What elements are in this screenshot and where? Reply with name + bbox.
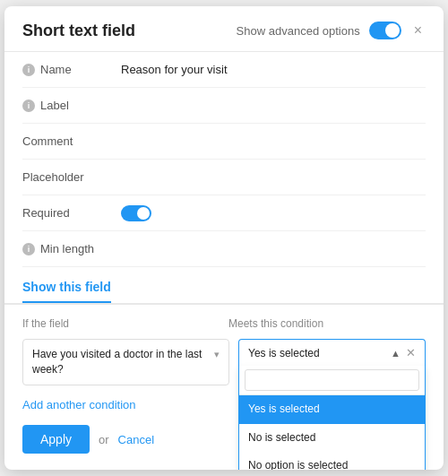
field-dropdown-text: Have you visited a doctor in the last we… [32, 347, 211, 377]
required-row: Required [22, 195, 426, 231]
modal-container: Short text field Show advanced options ×… [4, 6, 444, 470]
label-label: i Label [22, 99, 121, 112]
condition-dropdown-menu: Yes is selected No is selected No option… [238, 366, 426, 470]
modal-title: Short text field [22, 22, 135, 40]
min-length-input[interactable] [121, 242, 426, 255]
caret-up-icon: ▲ [391, 348, 401, 359]
apply-button[interactable]: Apply [22, 425, 90, 454]
condition-clear-button[interactable]: ✕ [406, 346, 416, 359]
option-no-option-selected[interactable]: No option is selected [239, 452, 425, 470]
placeholder-label: Placeholder [22, 170, 121, 184]
show-advanced-label: Show advanced options [237, 24, 360, 38]
condition-row: Have you visited a doctor in the last we… [22, 339, 426, 385]
cancel-link[interactable]: Cancel [118, 433, 154, 446]
placeholder-row: Placeholder [22, 160, 426, 195]
required-label: Required [22, 206, 121, 220]
header-right: Show advanced options × [237, 21, 426, 40]
add-condition-link[interactable]: Add another condition [22, 398, 135, 411]
option-no-selected[interactable]: No is selected [239, 424, 425, 453]
close-button[interactable]: × [410, 21, 426, 40]
name-label: i Name [22, 63, 121, 76]
label-input[interactable] [121, 99, 426, 112]
field-dropdown-arrow-icon: ▾ [214, 349, 220, 360]
search-input-wrapper [239, 366, 425, 395]
condition-dropdown: Yes is selected ▲ ✕ Yes is selected No i… [238, 339, 426, 366]
label-row: i Label [22, 88, 426, 124]
comment-row: Comment [22, 124, 426, 160]
min-length-info-icon[interactable]: i [22, 243, 35, 255]
comment-input[interactable] [121, 134, 426, 148]
condition-search-input[interactable] [245, 369, 419, 391]
show-field-tab[interactable]: Show this field [22, 271, 111, 303]
field-dropdown[interactable]: Have you visited a doctor in the last we… [22, 339, 229, 385]
placeholder-input[interactable] [121, 170, 426, 184]
condition-selected-text: Yes is selected [248, 347, 320, 359]
form-section: i Name Reason for your visit i Label Com… [4, 52, 444, 267]
name-row: i Name Reason for your visit [22, 52, 426, 88]
required-toggle[interactable] [121, 205, 151, 221]
min-length-row: i Min length [22, 231, 426, 267]
condition-selected-header[interactable]: Yes is selected ▲ ✕ [238, 339, 426, 366]
conditions-header: If the field Meets this condition [22, 317, 426, 330]
col-header-field: If the field [22, 317, 228, 330]
or-text: or [99, 433, 109, 446]
condition-icons: ▲ ✕ [391, 346, 416, 359]
name-info-icon[interactable]: i [22, 64, 35, 76]
modal-header: Short text field Show advanced options × [4, 6, 444, 52]
name-value: Reason for your visit [121, 63, 426, 76]
tab-section: Show this field [4, 271, 444, 305]
min-length-label: i Min length [22, 242, 121, 255]
conditions-section: If the field Meets this condition Have y… [4, 305, 444, 385]
col-header-condition: Meets this condition [228, 317, 426, 330]
option-yes-selected[interactable]: Yes is selected [239, 395, 425, 424]
comment-label: Comment [22, 134, 121, 148]
label-info-icon[interactable]: i [22, 100, 35, 112]
show-advanced-toggle[interactable] [369, 22, 401, 39]
